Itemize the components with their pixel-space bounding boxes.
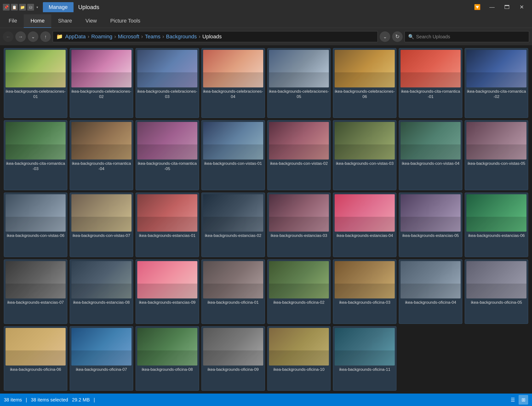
file-name-label: ikea-backgrounds-cita-romantica-03 [6,161,66,172]
file-name-label: ikea-backgrounds-oficina-08 [142,367,193,372]
list-item[interactable]: ikea-backgrounds-con-vistas-05 [465,120,528,190]
list-item[interactable]: ikea-backgrounds-oficina-10 [267,326,331,391]
minimize-button[interactable]: — [485,0,499,14]
refresh-button[interactable]: ↻ [392,31,403,42]
file-name-label: ikea-backgrounds-cita-romantica-02 [466,89,526,99]
list-item[interactable]: ikea-backgrounds-oficina-07 [70,326,133,391]
list-item[interactable]: ikea-backgrounds-oficina-08 [136,326,199,391]
file-thumbnail [137,194,197,232]
list-item[interactable]: ikea-backgrounds-estancias-07 [4,259,67,324]
list-item[interactable]: ikea-backgrounds-estancias-09 [136,259,199,324]
folder-icon: 📁 [19,4,26,11]
search-box[interactable]: 🔍 Search Uploads [405,31,529,42]
file-name-label: ikea-backgrounds-cita-romantica-01 [401,89,461,99]
file-name-label: ikea-backgrounds-estancias-06 [468,233,525,238]
dropdown-button[interactable]: ⌄ [380,31,390,42]
file-thumbnail [335,122,395,160]
file-thumbnail [269,194,329,232]
breadcrumb-appdata[interactable]: AppData [65,34,86,40]
list-item[interactable]: ikea-backgrounds-con-vistas-07 [70,193,133,257]
list-item[interactable]: ikea-backgrounds-con-vistas-06 [4,193,67,257]
tab-picture-tools[interactable]: Picture Tools [103,14,147,28]
list-item[interactable]: ikea-backgrounds-cita-romantica-04 [70,120,133,190]
file-name-label: ikea-backgrounds-estancias-08 [73,300,129,305]
file-thumbnail [71,194,131,232]
list-item[interactable]: ikea-backgrounds-celebraciones-01 [4,48,67,118]
list-item[interactable]: ikea-backgrounds-cita-romantica-05 [136,120,199,190]
list-item[interactable]: ikea-backgrounds-estancias-01 [136,193,199,257]
file-name-label: ikea-backgrounds-estancias-07 [7,300,64,305]
list-item[interactable]: ikea-backgrounds-celebraciones-05 [267,48,331,118]
file-name-label: ikea-backgrounds-celebraciones-03 [137,89,197,99]
forward-button[interactable]: → [15,31,26,42]
list-item[interactable]: ikea-backgrounds-cita-romantica-03 [4,120,67,190]
list-item[interactable]: ikea-backgrounds-celebraciones-03 [136,48,199,118]
list-item[interactable]: ikea-backgrounds-estancias-03 [267,193,331,257]
manage-tab[interactable]: Manage [43,2,73,12]
list-item[interactable]: ikea-backgrounds-estancias-02 [201,193,265,257]
breadcrumb-roaming[interactable]: Roaming [91,34,112,40]
file-name-label: ikea-backgrounds-estancias-04 [337,233,393,238]
list-item[interactable]: ikea-backgrounds-oficina-03 [333,259,396,324]
list-item[interactable]: ikea-backgrounds-celebraciones-04 [201,48,265,118]
file-name-label: ikea-backgrounds-oficina-01 [208,300,259,305]
list-item[interactable]: ikea-backgrounds-oficina-06 [4,326,67,391]
title-bar-icons: 📌 📋 📁 🗂 ▾ [3,4,39,11]
help-button[interactable]: 🔽 [470,0,485,14]
title-bar-chevron[interactable]: ▾ [36,5,38,9]
maximize-button[interactable]: 🗖 [499,0,514,14]
file-name-label: ikea-backgrounds-oficina-02 [273,300,324,305]
list-item[interactable]: ikea-backgrounds-celebraciones-06 [333,48,396,118]
list-item[interactable]: ikea-backgrounds-oficina-05 [465,259,528,324]
file-name-label: ikea-backgrounds-con-vistas-03 [336,161,394,166]
file-thumbnail [335,50,395,87]
list-item[interactable]: ikea-backgrounds-con-vistas-04 [399,120,462,190]
list-item[interactable]: ikea-backgrounds-oficina-04 [399,259,462,324]
breadcrumb-backgrounds[interactable]: Backgrounds [166,34,197,40]
list-item[interactable]: ikea-backgrounds-estancias-05 [399,193,462,257]
tab-home[interactable]: Home [24,14,51,28]
list-item[interactable]: ikea-backgrounds-oficina-11 [333,326,396,391]
list-item[interactable]: ikea-backgrounds-con-vistas-01 [201,120,265,190]
details-view-button[interactable]: ☰ [508,395,518,405]
list-item[interactable]: ikea-backgrounds-cita-romantica-01 [399,48,462,118]
file-name-label: ikea-backgrounds-con-vistas-06 [7,233,65,238]
list-item[interactable]: ikea-backgrounds-oficina-09 [201,326,265,391]
list-item[interactable]: ikea-backgrounds-cita-romantica-02 [465,48,528,118]
status-sep-1: | [26,397,27,403]
tab-file[interactable]: File [2,14,24,28]
back-button[interactable]: ← [3,31,14,42]
list-item[interactable]: ikea-backgrounds-estancias-04 [333,193,396,257]
list-item[interactable]: ikea-backgrounds-celebraciones-02 [70,48,133,118]
bc-sep-3: › [141,34,143,40]
breadcrumb-teams[interactable]: Teams [145,34,160,40]
file-name-label: ikea-backgrounds-estancias-01 [139,233,195,238]
list-item[interactable]: ikea-backgrounds-oficina-02 [267,259,331,324]
up-button[interactable]: ↑ [40,31,51,42]
tab-share[interactable]: Share [51,14,79,28]
list-item[interactable]: ikea-backgrounds-estancias-08 [70,259,133,324]
list-item[interactable]: ikea-backgrounds-con-vistas-03 [333,120,396,190]
file-name-label: ikea-backgrounds-con-vistas-02 [270,161,328,166]
recent-button[interactable]: ⌄ [28,31,38,42]
close-button[interactable]: ✕ [514,0,529,14]
view-buttons: ☰ ⊞ [508,395,528,405]
file-name-label: ikea-backgrounds-con-vistas-01 [204,161,262,166]
tab-view[interactable]: View [79,14,103,28]
file-thumbnail [335,261,395,299]
list-item[interactable]: ikea-backgrounds-con-vistas-02 [267,120,331,190]
file-name-label: ikea-backgrounds-con-vistas-04 [402,161,460,166]
large-icons-view-button[interactable]: ⊞ [518,395,528,405]
file-name-label: ikea-backgrounds-con-vistas-05 [467,161,525,166]
breadcrumb-microsoft[interactable]: Microsoft [118,34,139,40]
file-name-label: ikea-backgrounds-celebraciones-05 [269,89,329,99]
file-thumbnail [269,50,329,87]
selected-count: 38 items selected [31,397,68,403]
list-item[interactable]: ikea-backgrounds-estancias-06 [465,193,528,257]
file-thumbnail [137,328,197,365]
breadcrumb-uploads: Uploads [202,34,222,40]
file-name-label: ikea-backgrounds-oficina-04 [405,300,456,305]
list-item[interactable]: ikea-backgrounds-oficina-01 [201,259,265,324]
status-bar: 38 items | 38 items selected 29.2 MB | ☰… [0,393,532,406]
nav-bar: ← → ⌄ ↑ 📁 AppData › Roaming › Microsoft … [0,28,532,45]
